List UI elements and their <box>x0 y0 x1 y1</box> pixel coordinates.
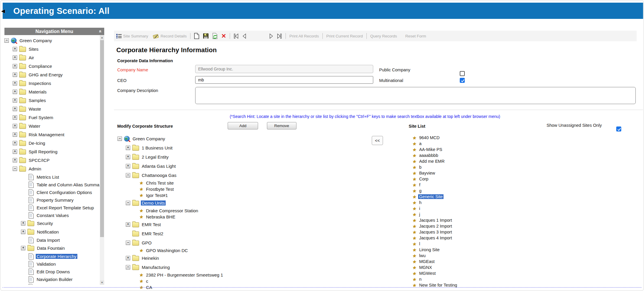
expand-toggle-icon[interactable]: + <box>13 141 17 145</box>
site-list-item[interactable]: ★Corp <box>413 176 537 182</box>
site-list-item[interactable]: ★Jacques 3 Import <box>413 229 537 235</box>
nav-tree-item[interactable]: +De-Icing <box>4 139 100 147</box>
site-list-item[interactable]: ★f <box>413 182 537 188</box>
nav-tree-item[interactable]: +Risk Management <box>4 130 100 139</box>
corp-tree-item[interactable]: ★Chris Test site <box>118 180 366 186</box>
site-list-item-label[interactable]: New Site for Testing <box>418 283 458 287</box>
site-list-item-label[interactable]: 9640 MCD <box>418 135 440 140</box>
collapse-toggle-icon[interactable]: − <box>126 265 130 269</box>
site-list-item[interactable]: ★MGNX <box>413 264 537 270</box>
corp-tree-label[interactable]: Chattanooga Gas <box>141 173 177 178</box>
nav-tree-item[interactable]: Corporate Hierarchy <box>4 252 100 260</box>
corp-tree-item[interactable]: ★2382 PH - Burgemeester Smeetsweg 1 <box>118 272 366 278</box>
expand-toggle-icon[interactable]: + <box>13 115 17 120</box>
scroll-down-icon[interactable]: ▼ <box>100 280 104 285</box>
expand-toggle-icon[interactable]: + <box>13 107 17 111</box>
corp-tree-item[interactable]: −Chattanooga Gas <box>118 171 366 180</box>
corp-tree-label[interactable]: GPO Washington DC <box>145 248 189 253</box>
move-site-left-button[interactable]: << <box>372 136 383 145</box>
record-details-button[interactable]: Record Details <box>152 33 187 39</box>
nav-tree-item[interactable]: −Green Company <box>4 36 100 45</box>
nav-tree-label[interactable]: Admin <box>28 166 42 171</box>
site-list-item-label[interactable]: MGEast <box>418 259 435 264</box>
site-list-item[interactable]: ★a <box>413 141 537 147</box>
corp-tree-item[interactable]: ★Frostbyte Test <box>118 186 366 192</box>
nav-tree-item[interactable]: +Water <box>4 122 100 130</box>
corp-tree-label[interactable]: GPO <box>141 240 152 245</box>
site-list-item[interactable]: ★b <box>413 164 537 170</box>
nav-tree-label[interactable]: Materials <box>28 89 48 94</box>
show-unassigned-checkbox[interactable] <box>616 126 621 131</box>
nav-tree-item[interactable]: Navigation Builder <box>4 275 100 283</box>
expand-toggle-icon[interactable]: + <box>126 256 130 260</box>
site-list-item[interactable]: ★Add me EMR <box>413 158 537 164</box>
add-button[interactable]: Add <box>228 122 258 129</box>
corp-tree-item[interactable]: −GPO <box>118 238 366 247</box>
site-list-item-label[interactable]: j <box>418 212 421 217</box>
company-description-input[interactable] <box>195 87 636 104</box>
corp-tree-label[interactable]: 2382 PH - Burgemeester Smeetsweg 1 <box>145 272 224 277</box>
corp-tree-item[interactable]: ★Nebraska BHE <box>118 214 366 220</box>
navigation-menu-header[interactable]: Navigation Menu « <box>4 28 104 35</box>
corp-tree-label[interactable]: Atlanta Gas Light <box>141 164 177 169</box>
expand-toggle-icon[interactable]: + <box>13 64 17 68</box>
nav-tree-item[interactable]: Excel Report Template Setup <box>4 204 100 211</box>
expand-toggle-icon[interactable]: + <box>13 55 17 60</box>
nav-tree-item[interactable]: Client Configuration Options <box>4 188 100 196</box>
nav-tree-item[interactable]: +Sites <box>4 45 100 53</box>
expand-toggle-icon[interactable]: + <box>21 221 25 226</box>
site-list-item-label[interactable]: a <box>418 141 422 146</box>
print-all-records-button[interactable]: Print All Records <box>289 34 319 38</box>
nav-tree-item[interactable]: Edit Drop Downs <box>4 268 100 275</box>
nav-tree-item[interactable]: Data Import <box>4 236 100 244</box>
nav-tree-item[interactable]: +GHG and Energy <box>4 70 100 79</box>
site-list-item-label[interactable]: Corp <box>418 177 429 181</box>
site-list-item-label[interactable]: Jacques 2 Import <box>418 224 453 228</box>
last-record-button[interactable] <box>277 33 282 39</box>
nav-tree-label[interactable]: Notification <box>36 229 60 234</box>
expand-toggle-icon[interactable]: + <box>13 132 17 137</box>
site-list-item[interactable]: ★Bayview <box>413 170 537 176</box>
site-list-item[interactable]: ★AA-Mike PS <box>413 147 537 152</box>
nav-tree-item[interactable]: +Security <box>4 219 100 228</box>
site-list-item-label[interactable]: MGNX <box>418 265 433 270</box>
corp-tree-label[interactable]: 2 Legal Entity <box>141 154 169 160</box>
corp-tree-label[interactable]: Nebraska BHE <box>145 214 176 219</box>
multinational-checkbox[interactable] <box>460 78 465 83</box>
site-list-item[interactable]: ★9640 MCD <box>413 135 537 141</box>
site-list-item[interactable]: ★aaaabbbb <box>413 152 537 158</box>
site-list-item-label[interactable]: AA-Mike PS <box>418 147 443 152</box>
nav-tree-label[interactable]: Property Summary <box>36 198 74 203</box>
nav-tree-item[interactable]: +Data Fountain <box>4 244 100 252</box>
nav-tree-label[interactable]: Samples <box>28 98 47 103</box>
nav-tree-item[interactable]: Report Builder <box>4 283 100 285</box>
expand-toggle-icon[interactable]: + <box>13 90 17 94</box>
nav-tree-label[interactable]: Edit Drop Downs <box>36 269 71 274</box>
remove-button[interactable]: Remove <box>267 122 296 129</box>
expand-toggle-icon[interactable]: + <box>13 47 17 51</box>
site-list-item-label[interactable]: g <box>418 188 422 193</box>
nav-tree-label[interactable]: Compliance <box>28 64 53 69</box>
nav-tree-label[interactable]: Metrics List <box>36 175 60 180</box>
site-list-item[interactable]: ★h <box>413 200 537 205</box>
site-list-item-label[interactable]: Jacques 1 Import <box>418 218 453 223</box>
corp-tree-item[interactable]: +Heinekin <box>118 254 366 263</box>
nav-tree-label[interactable]: Constant Values <box>36 213 70 218</box>
nav-tree-item[interactable]: +Fuel System <box>4 113 100 122</box>
expand-toggle-icon[interactable]: + <box>13 149 17 154</box>
site-list-item-label[interactable]: i <box>418 206 421 211</box>
expand-toggle-icon[interactable]: + <box>126 164 130 168</box>
nav-tree-item[interactable]: −Admin <box>4 165 100 173</box>
site-list-item-label[interactable]: h <box>418 200 422 205</box>
corp-tree-item[interactable]: ★GPO Washington DC <box>118 247 366 254</box>
corp-tree-label[interactable]: EMR Test <box>141 222 162 227</box>
site-list-item-label[interactable]: l <box>418 241 421 246</box>
site-list-item[interactable]: ★Jacques 1 Import <box>413 217 537 223</box>
nav-tree-item[interactable]: +Spill Reporting <box>4 147 100 156</box>
site-list-item[interactable]: ★g <box>413 188 537 194</box>
save-button[interactable] <box>203 33 209 39</box>
nav-tree-label[interactable]: Air <box>28 55 35 60</box>
corp-tree-label[interactable]: Demo Units <box>141 200 166 205</box>
corp-tree-item[interactable]: −Manufacturing <box>118 263 366 272</box>
nav-tree-item[interactable]: +SPCC/ICP <box>4 156 100 165</box>
